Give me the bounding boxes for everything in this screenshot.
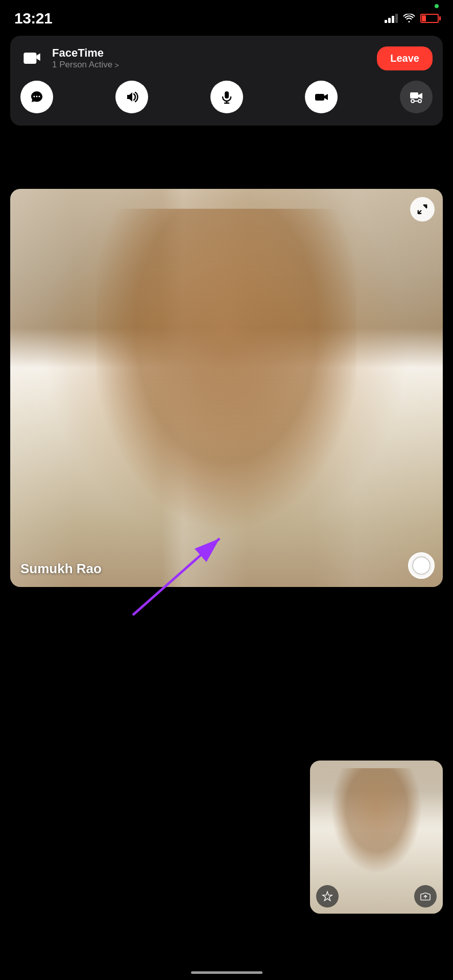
mic-icon — [220, 90, 234, 104]
battery-fill — [422, 15, 426, 21]
svg-point-9 — [411, 100, 414, 103]
battery-icon — [420, 14, 439, 23]
speaker-icon — [125, 90, 139, 104]
banner-controls — [20, 81, 433, 113]
svg-rect-7 — [315, 94, 324, 101]
wifi-icon — [403, 14, 415, 23]
person-silhouette — [97, 209, 356, 547]
svg-point-3 — [39, 96, 40, 97]
signal-bar-1 — [385, 20, 387, 23]
home-indicator — [191, 971, 263, 974]
expand-video-button[interactable] — [410, 197, 435, 222]
svg-rect-0 — [23, 53, 36, 64]
signal-bars — [385, 14, 398, 23]
effects-button[interactable] — [316, 885, 339, 908]
svg-point-10 — [418, 100, 421, 103]
flip-camera-button[interactable] — [414, 885, 437, 908]
facetime-app-icon — [23, 51, 42, 65]
self-view — [310, 761, 443, 914]
svg-point-1 — [34, 96, 35, 97]
facetime-banner: FaceTime 1 Person Active > Leave — [10, 36, 443, 126]
main-video-bg — [10, 189, 443, 587]
signal-bar-4 — [395, 14, 398, 23]
chat-icon — [30, 90, 44, 104]
battery-dot — [435, 4, 439, 8]
banner-app-info: FaceTime 1 Person Active > — [20, 46, 119, 70]
app-text: FaceTime 1 Person Active > — [52, 46, 119, 70]
capture-button[interactable] — [408, 552, 435, 579]
chat-button[interactable] — [20, 81, 53, 113]
app-status[interactable]: 1 Person Active > — [52, 60, 119, 70]
svg-point-2 — [36, 96, 38, 97]
speaker-button[interactable] — [115, 81, 148, 113]
svg-rect-4 — [225, 91, 229, 99]
camera-icon — [314, 90, 328, 104]
banner-top: FaceTime 1 Person Active > Leave — [20, 46, 433, 70]
mic-button[interactable] — [210, 81, 243, 113]
expand-icon — [417, 204, 428, 215]
shareplay-icon — [409, 90, 423, 104]
camera-button[interactable] — [305, 81, 338, 113]
status-icons — [385, 14, 439, 23]
app-icon — [20, 46, 45, 70]
signal-bar-2 — [388, 18, 391, 23]
self-person-silhouette — [330, 768, 423, 883]
flip-camera-icon — [420, 891, 431, 902]
main-video: Sumukh Rao — [10, 189, 443, 587]
app-name: FaceTime — [52, 46, 119, 60]
status-bar: 13:21 — [0, 0, 453, 31]
effects-icon — [322, 891, 333, 902]
status-time: 13:21 — [14, 10, 52, 27]
capture-inner — [412, 556, 431, 575]
signal-bar-3 — [392, 16, 394, 23]
self-view-controls — [316, 885, 437, 908]
person-name: Sumukh Rao — [20, 561, 102, 577]
leave-button[interactable]: Leave — [377, 46, 433, 70]
svg-rect-8 — [410, 92, 418, 99]
shareplay-button[interactable] — [400, 81, 433, 113]
chevron-icon: > — [114, 61, 119, 69]
